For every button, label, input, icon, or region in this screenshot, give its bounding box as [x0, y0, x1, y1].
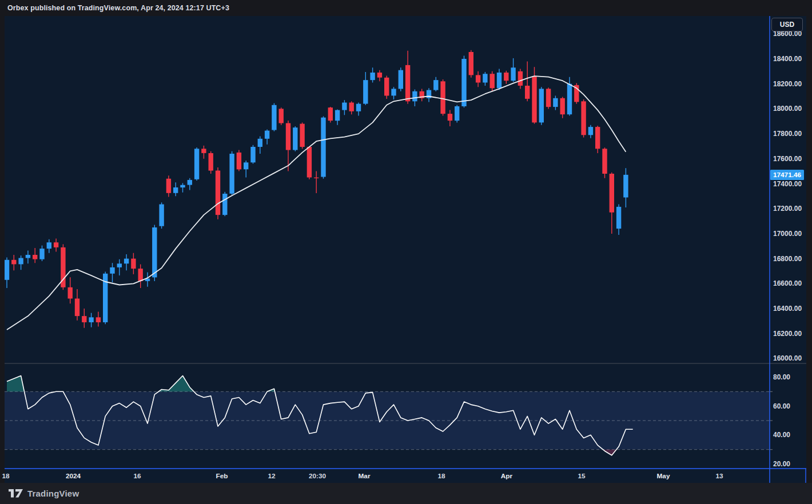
- currency-button-label: USD: [780, 21, 794, 29]
- svg-text:16400.00: 16400.00: [773, 305, 802, 313]
- svg-text:12: 12: [268, 472, 276, 480]
- svg-text:40.00: 40.00: [773, 431, 790, 439]
- svg-text:18400.00: 18400.00: [773, 55, 802, 63]
- svg-text:18: 18: [437, 472, 445, 480]
- svg-text:16000.00: 16000.00: [773, 354, 802, 362]
- svg-text:18200.00: 18200.00: [773, 80, 802, 88]
- svg-text:15: 15: [578, 472, 586, 480]
- svg-text:17000.00: 17000.00: [773, 230, 802, 238]
- svg-text:60.00: 60.00: [773, 402, 790, 410]
- svg-text:18000.00: 18000.00: [773, 105, 802, 113]
- last-price-value: 17471.46: [773, 171, 802, 179]
- svg-text:16800.00: 16800.00: [773, 255, 802, 263]
- svg-text:13: 13: [715, 472, 723, 480]
- attribution-text: Orbex published on TradingView.com, Apr …: [0, 0, 229, 16]
- tradingview-logo-icon: [8, 489, 23, 498]
- candlestick-rsi-chart[interactable]: 18600.0018400.0018200.0018000.0017800.00…: [0, 16, 812, 483]
- tradingview-logo-text: TradingView: [27, 489, 79, 498]
- svg-text:16: 16: [133, 472, 141, 480]
- svg-text:17800.00: 17800.00: [773, 130, 802, 138]
- svg-text:Mar: Mar: [359, 472, 371, 480]
- svg-text:16200.00: 16200.00: [773, 330, 802, 338]
- svg-text:17400.00: 17400.00: [773, 180, 802, 188]
- tradingview-logo[interactable]: TradingView: [8, 489, 79, 498]
- svg-text:17600.00: 17600.00: [773, 155, 802, 163]
- svg-text:20.00: 20.00: [773, 460, 790, 468]
- svg-text:20:30: 20:30: [309, 472, 327, 480]
- svg-text:Apr: Apr: [501, 472, 513, 480]
- svg-text:18: 18: [2, 472, 10, 480]
- svg-text:80.00: 80.00: [773, 373, 790, 381]
- svg-text:May: May: [657, 472, 670, 480]
- tradingview-published-chart: Orbex published on TradingView.com, Apr …: [0, 0, 812, 504]
- footer-bar: TradingView: [0, 483, 812, 504]
- chart-area[interactable]: 18600.0018400.0018200.0018000.0017800.00…: [0, 16, 812, 483]
- right-margin: [806, 16, 812, 483]
- svg-text:Feb: Feb: [216, 472, 228, 480]
- currency-button[interactable]: USD: [771, 18, 803, 31]
- svg-text:2024: 2024: [66, 472, 81, 480]
- attribution-bar: Orbex published on TradingView.com, Apr …: [0, 0, 812, 16]
- svg-text:17200.00: 17200.00: [773, 205, 802, 213]
- svg-text:16600.00: 16600.00: [773, 279, 802, 287]
